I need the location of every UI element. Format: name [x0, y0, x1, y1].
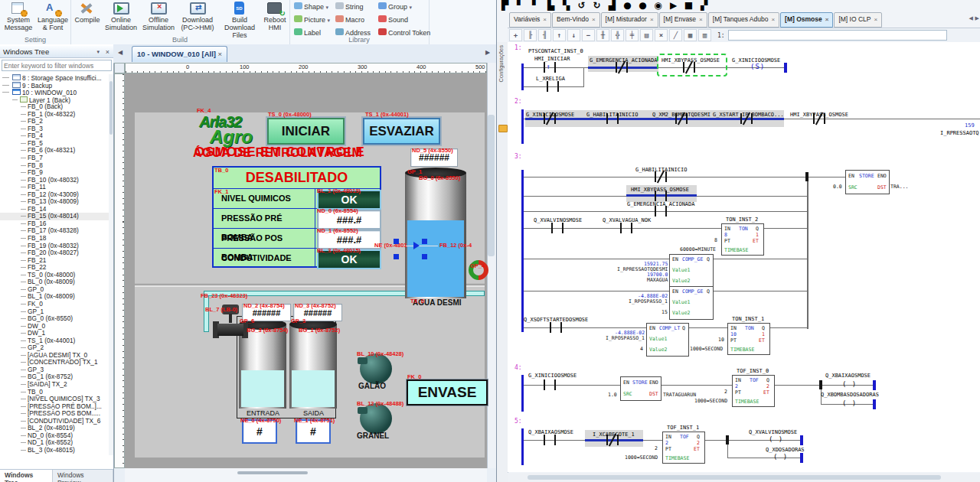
selection-handle[interactable]	[394, 239, 399, 244]
tree-item[interactable]: FB_6 (0x-48321)	[0, 147, 109, 155]
tree-item[interactable]: FB_13 (0x-48009)	[0, 198, 109, 206]
group-button[interactable]: Group ▾	[378, 2, 412, 12]
rung-jump-input[interactable]	[728, 30, 947, 41]
toolbar-icon[interactable]: ▟	[606, 0, 619, 11]
build-download-files-button[interactable]: SD Build Download Files	[218, 0, 261, 35]
store-function-block[interactable]: EN STORE ENO SRC DST	[620, 376, 662, 401]
close-icon[interactable]: ×	[106, 46, 109, 58]
contact-l-xreliga[interactable]	[544, 81, 561, 92]
ladder-tool-icon[interactable]: −	[582, 29, 595, 41]
tree-item[interactable]: 9 : Backup	[0, 82, 109, 90]
ladder-tool-icon[interactable]: ↓	[567, 29, 580, 41]
ladder-tool-icon[interactable]: ╫	[596, 29, 609, 41]
compile-button[interactable]: Compile	[72, 0, 103, 35]
canvas-vscrollbar-thumb[interactable]	[488, 115, 495, 256]
tree-item[interactable]: [SAIDA] TX_2	[0, 381, 109, 389]
tree-item[interactable]: FB_20 (0x-48027)	[0, 249, 109, 257]
tree-item[interactable]: [CONCENTRADO] TX_1	[0, 359, 109, 366]
canvas-tab[interactable]: 10 - WINDOW_010 [All] ×	[132, 46, 227, 62]
tree-item[interactable]: TS_1 (0x-44001)	[0, 337, 109, 345]
tree-item[interactable]: FB_15 (0x-48014)	[0, 213, 109, 220]
tree-item[interactable]: FB_2	[0, 118, 109, 125]
chevron-down-icon[interactable]: ▾	[96, 46, 100, 58]
online-simulation-button[interactable]: Online Simulation	[103, 0, 139, 35]
contact-nc[interactable]	[652, 171, 669, 182]
comp-lt-function-block[interactable]: EN COMP_LT Q Value1 Value2	[646, 323, 689, 357]
canvas-hscrollbar-thumb[interactable]	[237, 471, 308, 474]
tree-item[interactable]: FB_1 (0x-48322)	[0, 111, 109, 119]
canvas-hscrollbar[interactable]	[125, 468, 487, 482]
toolbar-icon[interactable]: ↻	[590, 0, 603, 11]
tree-item[interactable]: DW_0	[0, 323, 109, 331]
contact-no[interactable]	[549, 223, 566, 233]
selection-handle[interactable]	[422, 239, 427, 244]
tree-item[interactable]: BL_3 (0x-48015)	[0, 447, 109, 454]
toolbar-icon[interactable]: ◉	[652, 0, 665, 11]
output-coil[interactable]: ( )	[769, 435, 783, 444]
galao-pump[interactable]	[360, 353, 392, 384]
tab-close-icon[interactable]: ×	[771, 16, 775, 23]
language-font-button[interactable]: A Language & Font	[36, 0, 70, 35]
editor-tab[interactable]: Variáveis×	[509, 12, 551, 28]
contact-no[interactable]	[652, 206, 669, 217]
macro-button[interactable]: Macro	[335, 15, 364, 25]
esvaziar-button[interactable]: ESVAZIAR	[363, 118, 440, 145]
ladder-tool-icon[interactable]: ↑	[553, 29, 566, 41]
tree-item[interactable]: BL_0 (0x-48009)	[0, 278, 109, 286]
ladder-tool-icon[interactable]: +	[509, 29, 522, 41]
saida-tank[interactable]	[289, 324, 337, 409]
configuracoes-side-tab[interactable]: Configurações	[498, 45, 505, 82]
tree-item[interactable]: BG_0 (6x-8550)	[0, 315, 109, 323]
tree-item[interactable]: FB_4	[0, 132, 109, 140]
ladder-tool-icon[interactable]: ╪	[626, 29, 639, 41]
toolbar-icon[interactable]: ▚	[560, 0, 573, 11]
contact-no[interactable]	[541, 435, 558, 445]
set-coil[interactable]: (S)	[750, 63, 765, 71]
editor-tab[interactable]: [M] Tanques Adubo×	[708, 12, 779, 28]
tab-close-icon[interactable]: ×	[218, 50, 223, 58]
tab-nav-left-icon[interactable]: ◀	[969, 15, 973, 21]
string-button[interactable]: String	[335, 2, 364, 12]
toolbar-icon[interactable]: ●	[621, 0, 634, 11]
output-coil[interactable]: ( )	[842, 380, 857, 389]
iniciar-button[interactable]: INICIAR	[267, 118, 345, 145]
toolbar-icon[interactable]: ▘	[529, 0, 542, 11]
output-coil[interactable]: ( )	[773, 453, 788, 461]
ladder-tool-icon[interactable]: ×	[655, 29, 668, 41]
tree-item[interactable]: 10 : WINDOW_010	[0, 89, 109, 96]
contact-no[interactable]	[541, 379, 558, 390]
editor-tab[interactable]: Bem-Vindo×	[552, 12, 600, 28]
output-coil[interactable]: ( )	[842, 399, 857, 408]
tree-item[interactable]: FB_21	[0, 257, 109, 265]
editor-tab[interactable]: [M] Osmose×	[780, 12, 833, 28]
offline-simulation-button[interactable]: × Offline Simulation	[140, 0, 177, 35]
ladder-tool-icon[interactable]: ╢	[538, 29, 551, 41]
shape-button[interactable]: Shape ▾	[294, 2, 328, 12]
ladder-tool-icon[interactable]: ╱	[669, 29, 682, 41]
selection-handle[interactable]	[394, 254, 399, 259]
tree-scrollbar-thumb[interactable]	[109, 81, 113, 135]
download-button[interactable]: ⇄ Download (PC->HMI)	[178, 0, 217, 35]
tree-item[interactable]: FB_3	[0, 125, 109, 133]
ladder-tool-icon[interactable]: ▦	[684, 29, 697, 41]
granel-pump[interactable]	[360, 403, 392, 434]
contact-no[interactable]	[547, 322, 564, 333]
tof-function-block[interactable]: IN TOF Q 2 2 PT ET TIMEBASE	[732, 375, 775, 407]
main-tank[interactable]	[405, 173, 466, 298]
tree-item[interactable]: FB_10 (0x-48032)	[0, 177, 109, 184]
toolbar-icon[interactable]: ▙	[544, 0, 557, 11]
toolbar-icon[interactable]: ↺	[575, 0, 588, 11]
tab-windows-tree[interactable]: Windows Tree	[0, 470, 53, 482]
contact-nc-emergencia[interactable]	[613, 62, 630, 73]
tab-close-icon[interactable]: ×	[650, 16, 654, 23]
toolbar-icon[interactable]: ●	[636, 0, 649, 11]
editor-tab[interactable]: [M] IO CLP×	[834, 12, 882, 28]
tab-scroll-left-icon[interactable]: ◀	[118, 49, 122, 56]
sound-button[interactable]: Sound	[378, 15, 408, 25]
ladder-tool-icon[interactable]: ▤	[640, 29, 653, 41]
tree-item[interactable]: FB_8	[0, 162, 109, 170]
ladder-hscrollbar-thumb[interactable]	[528, 475, 941, 480]
toolbar-icon[interactable]: ▛	[498, 0, 511, 11]
tree-filter-input[interactable]	[2, 60, 112, 71]
tof-function-block[interactable]: IN TOF Q 2 2 PT ET TIMEBASE	[662, 432, 705, 464]
